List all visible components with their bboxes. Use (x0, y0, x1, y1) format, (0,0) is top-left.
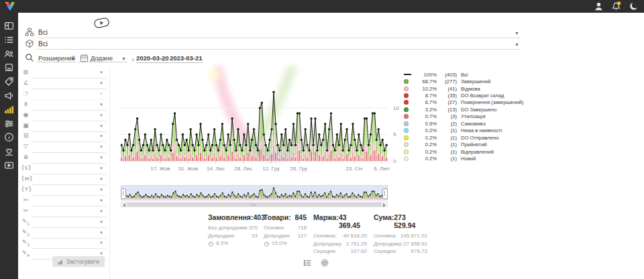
legend-item-6[interactable]: 0.7% (3) Утилізація (404, 113, 523, 120)
legend-count: (41) (437, 86, 457, 92)
chevron-down-icon[interactable]: ▼ (71, 56, 76, 61)
notification-badge (617, 1, 621, 5)
filter-select-cut[interactable]: ▼ (32, 197, 106, 207)
sidebar-item-store[interactable] (4, 62, 14, 72)
filter-select-web-globe[interactable]: ▼ (32, 154, 106, 164)
date-field-select[interactable]: Додане (91, 54, 113, 62)
legend-item-8[interactable]: 0.2% (1) Нема в наявності (404, 127, 523, 134)
search-icon[interactable] (25, 53, 34, 65)
chevron-down-icon[interactable]: ▼ (121, 56, 126, 61)
legend-item-0[interactable]: 100% (403) Всі (404, 71, 523, 78)
legend-item-1[interactable]: 68.7% (277) Завершений (404, 78, 523, 85)
package-view-icon[interactable] (321, 258, 329, 266)
filter-select-pencil-2[interactable]: ▼ (32, 229, 106, 239)
legend-item-2[interactable]: 10.2% (41) Відмова (404, 85, 523, 92)
calendar-icon[interactable] (80, 53, 89, 65)
filter-select-code-t[interactable]: ▼ (32, 186, 106, 196)
filter-select-funnel[interactable]: ▼ (32, 144, 106, 153)
legend-percent: 0.5% (415, 121, 437, 127)
stat-subline-value: 718 (298, 224, 307, 232)
filter-select-split[interactable]: ▼ (32, 101, 106, 111)
cut-icon: ✂ (21, 197, 31, 203)
filter-status-underline[interactable] (37, 38, 521, 38)
basket-icon (208, 241, 214, 247)
sidebar-item-promotions[interactable] (4, 76, 14, 87)
chevron-down-icon: ▼ (99, 241, 103, 245)
stat-subline-label: Середня: (313, 247, 337, 256)
search-mode-select[interactable]: Розширений (38, 54, 75, 62)
svg-text:28. Лис: 28. Лис (234, 166, 252, 172)
store-icon (4, 62, 14, 72)
apply-button[interactable]: Застосувати (52, 256, 105, 267)
filter-product-underline[interactable] (37, 49, 521, 50)
info-icon (4, 132, 14, 142)
sidebar-item-support[interactable] (4, 146, 14, 156)
list-view-icon[interactable] (303, 258, 311, 266)
legend-percent: 3.2% (415, 107, 437, 113)
filter-select-ruler[interactable]: ▼ (32, 80, 106, 89)
stat-subline-value: 33 (252, 232, 258, 240)
user-avatar-icon[interactable] (594, 1, 604, 11)
filter-status-value[interactable]: Всі (38, 29, 48, 36)
brand-logo[interactable] (5, 1, 15, 11)
filter-select-cut2[interactable]: ▼ (32, 208, 106, 217)
filter-select-globe[interactable]: ▼ (32, 69, 106, 78)
legend-item-11[interactable]: 0.2% (1) Відправлений (404, 148, 523, 155)
sidebar-item-marketing[interactable] (4, 91, 14, 101)
statistics-icon (4, 105, 14, 115)
chevron-down-icon: ▼ (99, 145, 103, 149)
filter-select-package[interactable]: ▼ (32, 123, 106, 132)
date-from-label: з (131, 56, 134, 62)
filter-select-code-s[interactable]: ▼ (32, 165, 106, 174)
sidebar-item-customers[interactable] (4, 49, 14, 59)
legend-item-4[interactable]: 6.7% (27) Повернення (завершений) (404, 99, 523, 106)
filter-select-fingerprint[interactable]: ▼ (32, 112, 106, 121)
notifications-bell-icon[interactable] (611, 1, 621, 11)
sidebar-item-settings[interactable] (4, 119, 14, 129)
scroll-left-arrow-icon[interactable] (123, 203, 125, 207)
legend-item-7[interactable]: 0.5% (2) Самовивіз (404, 120, 523, 127)
package-icon (25, 39, 34, 51)
date-to-input[interactable]: 2023-03-21 (170, 54, 203, 63)
money-icon: ⊟ (21, 133, 31, 139)
video-tutorial-icon[interactable] (92, 15, 112, 33)
legend-count: (403) (437, 72, 457, 78)
filter-select-money[interactable]: ▼ (32, 133, 106, 142)
stat-basket-pct: 15.0% (272, 239, 287, 247)
legend-item-9[interactable]: 0.2% (1) DO Отправлено (404, 134, 523, 141)
chevron-down-icon: ▼ (99, 188, 103, 192)
legend-item-12[interactable]: 0.2% (1) Новий (404, 155, 523, 162)
navigator-left-handle[interactable] (121, 188, 126, 199)
filter-select-pencil-3[interactable]: ▼ (32, 239, 106, 249)
chart-scrollbar[interactable] (121, 202, 388, 207)
theme-moon-icon[interactable] (629, 1, 639, 11)
promotions-icon (4, 76, 14, 87)
filter-select-code-m[interactable]: ▼ (32, 176, 106, 185)
main-chart[interactable]: 051017. Жов31. Жов14. Лис28. Лис12. Гру2… (121, 71, 402, 176)
sidebar-item-dashboard[interactable] (4, 21, 14, 31)
navigator-right-handle[interactable] (382, 188, 388, 199)
sidebar-item-statistics[interactable] (4, 105, 14, 115)
sidebar-item-video[interactable] (4, 160, 14, 170)
legend-label: Відправлений (457, 149, 523, 155)
legend-item-3[interactable]: 8.7% (35) DO Возврат склад (404, 92, 523, 99)
stat-label: Замовлення: (208, 213, 253, 221)
filter-product-value[interactable]: Всі (38, 40, 48, 48)
legend-dot-swatch (404, 87, 409, 91)
chevron-down-icon[interactable]: ▼ (515, 42, 519, 47)
legend-item-5[interactable]: 3.2% (13) DO Завершено (404, 106, 523, 113)
scrollbar-thumb[interactable] (127, 203, 382, 207)
stat-value: 43 369.45 (339, 213, 367, 229)
legend-item-10[interactable]: 0.2% (1) Прийнятий (404, 141, 523, 148)
support-icon (4, 146, 14, 156)
legend-dot-swatch (404, 93, 409, 98)
sidebar-item-orders[interactable] (4, 35, 14, 45)
chart-navigator[interactable] (121, 185, 388, 201)
scroll-right-arrow-icon[interactable] (383, 203, 386, 207)
filter-select-clock[interactable]: ▼ (32, 91, 106, 100)
chevron-down-icon: ▼ (99, 103, 103, 107)
filter-select-pencil-1[interactable]: ▼ (32, 219, 106, 228)
legend-percent: 0.2% (415, 149, 437, 155)
chevron-down-icon[interactable]: ▼ (515, 31, 519, 36)
sidebar-item-info[interactable] (4, 132, 14, 142)
